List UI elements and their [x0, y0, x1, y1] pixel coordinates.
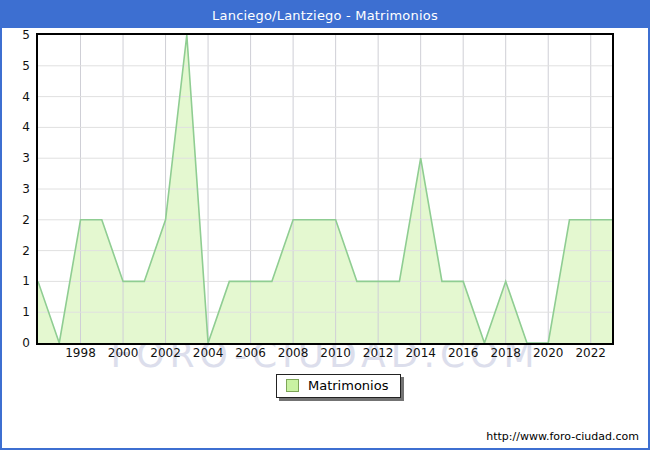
y-axis-tick-label: 2 — [2, 213, 30, 227]
chart-window: Lanciego/Lantziego - Matrimonios FORO-CI… — [0, 0, 650, 450]
y-axis-tick-label: 3 — [2, 151, 30, 165]
footer-url: http://www.foro-ciudad.com — [486, 430, 639, 443]
page-title: Lanciego/Lantziego - Matrimonios — [2, 2, 648, 28]
legend-swatch-icon — [286, 379, 299, 392]
y-axis-tick-label: 5 — [2, 59, 30, 73]
y-axis-tick-label: 3 — [2, 182, 30, 196]
y-axis-tick-label: 1 — [2, 305, 30, 319]
x-axis-tick-label: 2016 — [441, 346, 485, 360]
y-axis-tick-label: 1 — [2, 274, 30, 288]
plot-area — [36, 33, 614, 345]
y-axis-tick-label: 2 — [2, 244, 30, 258]
legend: Matrimonios — [276, 374, 401, 398]
x-axis-tick-label: 2020 — [526, 346, 570, 360]
x-axis-tick-label: 2018 — [484, 346, 528, 360]
x-axis-tick-label: 2012 — [356, 346, 400, 360]
y-axis-tick-label: 4 — [2, 120, 30, 134]
x-axis-tick-label: 2004 — [186, 346, 230, 360]
y-axis-tick-label: 5 — [2, 28, 30, 42]
x-axis-tick-label: 2014 — [399, 346, 443, 360]
x-axis-tick-label: 2008 — [271, 346, 315, 360]
x-axis-tick-label: 2022 — [569, 346, 613, 360]
x-axis-tick-label: 2000 — [101, 346, 145, 360]
x-axis-tick-label: 2010 — [314, 346, 358, 360]
y-axis-tick-label: 0 — [2, 336, 30, 350]
x-axis-tick-label: 2002 — [144, 346, 188, 360]
y-axis-tick-label: 4 — [2, 90, 30, 104]
x-axis-tick-label: 1998 — [59, 346, 103, 360]
x-axis-tick-label: 2006 — [229, 346, 273, 360]
area-chart — [38, 35, 612, 343]
legend-label: Matrimonios — [308, 378, 388, 393]
